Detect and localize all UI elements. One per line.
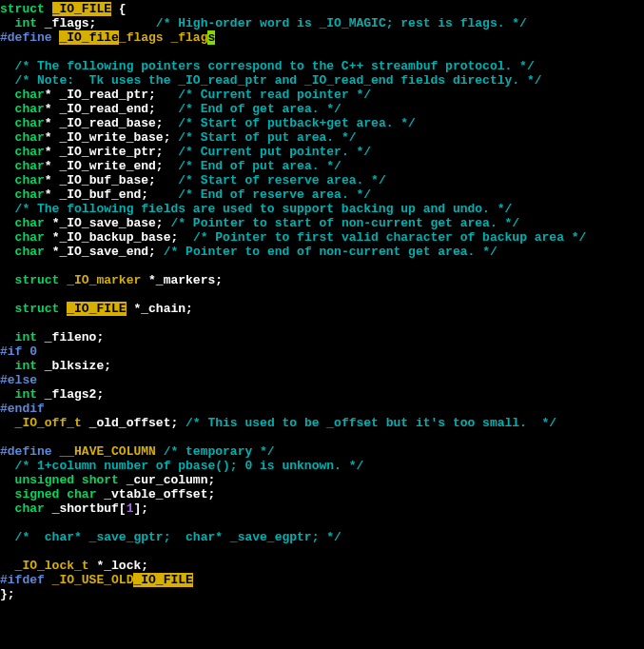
code-line: #define __HAVE_COLUMN /* temporary */ <box>0 444 275 459</box>
code-line: char *_IO_save_end; /* Pointer to end of… <box>0 245 498 259</box>
code-line: #define _IO_file_flags _flags <box>0 30 215 45</box>
code-line: char* _IO_buf_end; /* End of reserve are… <box>0 187 371 202</box>
code-line: char* _IO_read_end; /* End of get area. … <box>0 102 342 116</box>
search-match: _IO_file <box>59 30 118 45</box>
code-line: /* char* _save_gptr; char* _save_egptr; … <box>0 530 342 544</box>
search-match: _IO_FILE <box>133 573 192 587</box>
code-line: int _flags2; <box>0 387 104 402</box>
code-line: char* _IO_write_base; /* Start of put ar… <box>0 130 357 145</box>
code-line: _IO_off_t _old_offset; /* This used to b… <box>0 416 556 430</box>
code-line: char _shortbuf[1]; <box>0 502 148 516</box>
code-line: unsigned short _cur_column; <box>0 473 215 487</box>
code-line: #ifdef _IO_USE_OLD_IO_FILE <box>0 573 193 587</box>
code-line: /* The following pointers correspond to … <box>0 59 535 73</box>
code-line: struct _IO_marker *_markers; <box>0 273 223 287</box>
code-line: int _flags; /* High-order word is _IO_MA… <box>0 16 527 30</box>
code-line: int _blksize; <box>0 359 111 373</box>
search-match: _IO_FILE <box>52 2 111 16</box>
code-line: struct _IO_FILE *_chain; <box>0 302 193 316</box>
code-line: /* Note: Tk uses the _IO_read_ptr and _I… <box>0 73 542 88</box>
code-line: #if 0 <box>0 344 37 359</box>
code-line: char *_IO_backup_base; /* Pointer to fir… <box>0 230 586 245</box>
code-line: #else <box>0 373 37 387</box>
cursor: s <box>207 30 215 45</box>
code-line: char* _IO_write_end; /* End of put area.… <box>0 159 342 173</box>
code-line: int _fileno; <box>0 330 104 344</box>
code-line: char* _IO_write_ptr; /* Current put poin… <box>0 145 371 159</box>
code-line: char* _IO_read_base; /* Start of putback… <box>0 116 416 130</box>
code-line: signed char _vtable_offset; <box>0 487 215 502</box>
code-line: char* _IO_read_ptr; /* Current read poin… <box>0 88 371 102</box>
code-line: }; <box>0 587 15 601</box>
search-match: _IO_FILE <box>67 302 126 316</box>
code-editor[interactable]: struct _IO_FILE { int _flags; /* High-or… <box>0 0 644 601</box>
code-line: struct _IO_FILE { <box>0 2 127 16</box>
code-line: char *_IO_save_base; /* Pointer to start… <box>0 216 519 230</box>
code-line: char* _IO_buf_base; /* Start of reserve … <box>0 173 386 187</box>
code-line: /* 1+column number of pbase(); 0 is unkn… <box>0 459 363 473</box>
code-line: _IO_lock_t *_lock; <box>0 559 148 573</box>
code-line: /* The following fields are used to supp… <box>0 202 512 216</box>
code-line: #endif <box>0 402 45 416</box>
